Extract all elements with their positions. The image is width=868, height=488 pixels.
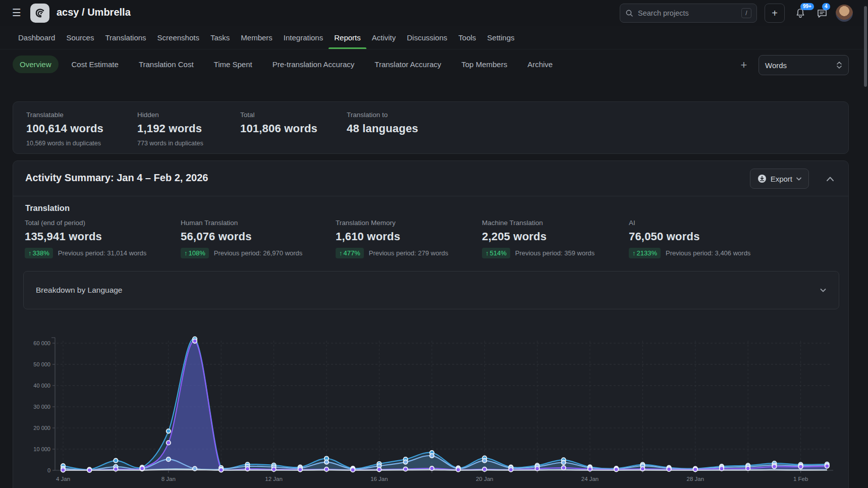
trend-badge: ↑477%: [336, 248, 364, 258]
activity-stat-ai: AI 76,050 words ↑2133% Previous period: …: [629, 219, 750, 258]
vertical-scrollbar[interactable]: [864, 6, 867, 87]
dropdown-caret-icon: [796, 177, 801, 181]
subtab-time-spent[interactable]: Time Spent: [207, 56, 259, 73]
search-input[interactable]: Search projects /: [620, 4, 757, 23]
stat-translation-to: Translation to 48 languages: [347, 111, 418, 135]
stat-hidden: Hidden 1,192 words 773 words in duplicat…: [137, 111, 203, 147]
nav-activity[interactable]: Activity: [366, 26, 402, 49]
nav-discussions[interactable]: Discussions: [401, 26, 453, 49]
trend-badge: ↑338%: [25, 248, 53, 258]
nav-dashboard[interactable]: Dashboard: [13, 26, 61, 49]
bird-logo-icon: [33, 7, 46, 20]
subtab-pretranslation-accuracy[interactable]: Pre-translation Accuracy: [265, 56, 362, 73]
activity-stat-mt: Machine Translation 2,205 words ↑514% Pr…: [482, 219, 594, 258]
subtab-overview[interactable]: Overview: [13, 56, 59, 73]
svg-text:24 Jan: 24 Jan: [581, 476, 599, 482]
subtab-archive[interactable]: Archive: [520, 56, 560, 73]
collapse-section-button[interactable]: [825, 174, 835, 184]
trend-badge: ↑2133%: [629, 248, 661, 258]
create-project-button[interactable]: +: [765, 4, 785, 23]
trend-up-icon: ↑: [28, 249, 32, 257]
svg-text:50 000: 50 000: [33, 361, 50, 367]
svg-text:4 Jan: 4 Jan: [56, 476, 70, 482]
svg-text:40 000: 40 000: [33, 383, 50, 389]
subtab-translation-cost[interactable]: Translation Cost: [132, 56, 201, 73]
trend-up-icon: ↑: [184, 249, 188, 257]
user-avatar[interactable]: [836, 5, 853, 22]
notifications-button[interactable]: 99+: [794, 7, 806, 19]
search-shortcut-hint: /: [741, 8, 751, 18]
messages-button[interactable]: 4: [816, 7, 828, 19]
svg-text:28 Jan: 28 Jan: [687, 476, 704, 482]
svg-text:12 Jan: 12 Jan: [265, 476, 283, 482]
download-icon: [757, 174, 767, 183]
subtab-cost-estimate[interactable]: Cost Estimate: [65, 56, 126, 73]
stat-total: Total 101,806 words: [240, 111, 317, 135]
svg-text:1 Feb: 1 Feb: [793, 476, 808, 482]
unit-select-value: Words: [765, 61, 836, 70]
nav-settings[interactable]: Settings: [481, 26, 520, 49]
search-placeholder: Search projects: [638, 9, 741, 17]
select-arrows-icon: [836, 61, 842, 69]
breakdown-label: Breakdown by Language: [36, 286, 820, 295]
activity-stat-total: Total (end of period) 135,941 words ↑338…: [25, 219, 146, 258]
subtab-translator-accuracy[interactable]: Translator Accuracy: [367, 56, 448, 73]
nav-reports[interactable]: Reports: [329, 26, 366, 49]
word-stats-card: Translatable 100,614 words 10,569 words …: [13, 101, 849, 154]
svg-text:20 000: 20 000: [33, 425, 50, 431]
trend-up-icon: ↑: [485, 249, 489, 257]
export-button[interactable]: Export: [750, 169, 809, 189]
activity-title: Activity Summary: Jan 4 – Feb 2, 2026: [25, 172, 208, 184]
nav-sources[interactable]: Sources: [61, 26, 99, 49]
add-report-button[interactable]: +: [737, 58, 751, 72]
search-icon: [625, 9, 633, 17]
top-bar: ☰ acsy / Umbrella Search projects / + 99…: [0, 0, 868, 26]
trend-up-icon: ↑: [339, 249, 343, 257]
nav-tasks[interactable]: Tasks: [205, 26, 235, 49]
stat-translatable: Translatable 100,614 words 10,569 words …: [26, 111, 103, 147]
project-breadcrumb-title: acsy / Umbrella: [57, 7, 131, 18]
svg-text:10 000: 10 000: [33, 446, 50, 452]
trend-badge: ↑108%: [181, 248, 209, 258]
trend-badge: ↑514%: [482, 248, 510, 258]
unit-select[interactable]: Words: [758, 55, 849, 75]
svg-text:60 000: 60 000: [33, 340, 50, 346]
hamburger-menu-icon[interactable]: ☰: [11, 7, 22, 18]
chevron-down-icon: [820, 287, 827, 294]
breakdown-by-language-toggle[interactable]: Breakdown by Language: [23, 271, 839, 309]
activity-summary-card: Activity Summary: Jan 4 – Feb 2, 2026 Ex…: [13, 160, 849, 488]
svg-text:0: 0: [47, 467, 50, 473]
reports-subnav: Overview Cost Estimate Translation Cost …: [0, 49, 868, 81]
activity-chart: 010 00020 00030 00040 00050 00060 0004 J…: [23, 317, 842, 488]
nav-tools[interactable]: Tools: [453, 26, 481, 49]
export-label: Export: [771, 175, 792, 183]
subtab-top-members[interactable]: Top Members: [454, 56, 514, 73]
svg-text:30 000: 30 000: [33, 404, 50, 410]
trend-up-icon: ↑: [632, 249, 636, 257]
nav-screenshots[interactable]: Screenshots: [152, 26, 205, 49]
app-logo[interactable]: [30, 4, 49, 23]
notifications-count-badge: 99+: [800, 3, 814, 10]
svg-text:8 Jan: 8 Jan: [161, 476, 176, 482]
nav-integrations[interactable]: Integrations: [278, 26, 329, 49]
activity-header: Activity Summary: Jan 4 – Feb 2, 2026 Ex…: [13, 161, 848, 196]
svg-text:20 Jan: 20 Jan: [476, 476, 494, 482]
svg-text:16 Jan: 16 Jan: [370, 476, 388, 482]
activity-stat-tm: Translation Memory 1,610 words ↑477% Pre…: [336, 219, 448, 258]
nav-members[interactable]: Members: [235, 26, 278, 49]
translation-section-title: Translation: [25, 203, 70, 213]
nav-translations[interactable]: Translations: [99, 26, 151, 49]
activity-stat-human: Human Translation 56,076 words ↑108% Pre…: [181, 219, 302, 258]
messages-count-badge: 4: [822, 3, 830, 10]
project-nav: Dashboard Sources Translations Screensho…: [0, 26, 868, 49]
